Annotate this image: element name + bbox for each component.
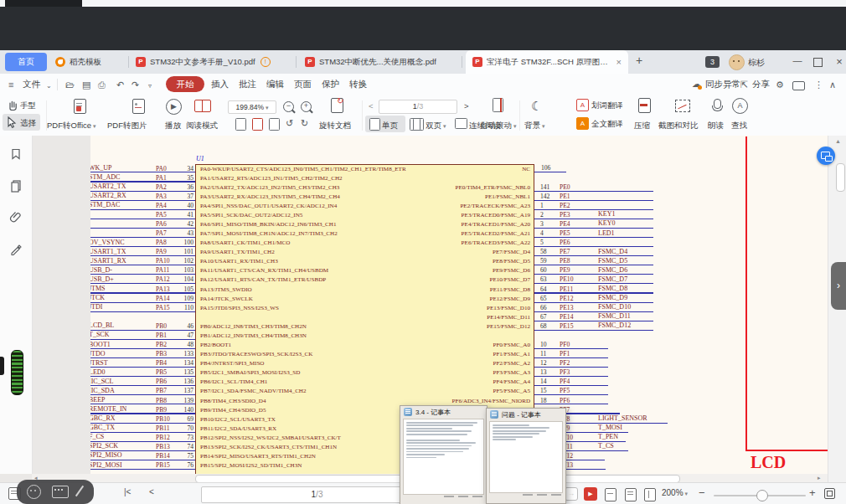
menu-item-0[interactable]: 插入: [211, 79, 229, 90]
next-page-icon[interactable]: >: [464, 101, 469, 111]
expand-icon[interactable]: ▿: [148, 82, 152, 90]
minimize-button[interactable]: —: [791, 55, 804, 65]
tab-document[interactable]: PSTM32中文参考手册_V10.pdf!: [129, 50, 295, 74]
zoom-out-button[interactable]: −: [699, 486, 705, 499]
save-icon[interactable]: ▤: [82, 80, 90, 90]
close-button[interactable]: ×: [833, 55, 846, 68]
find-icon[interactable]: A: [732, 98, 748, 114]
notepad-titlebar[interactable]: 问题 - 记事本: [487, 409, 565, 420]
collapse-icon[interactable]: ∧: [829, 80, 836, 90]
tab-document[interactable]: P宝洋电子 STM32F...SCH 原理图.pdf×: [466, 50, 628, 74]
fullscreen-icon[interactable]: [824, 488, 835, 499]
read-aloud-button[interactable]: 朗读: [708, 121, 724, 131]
first-page-icon[interactable]: |<: [124, 487, 131, 496]
fit-page-icon[interactable]: [235, 118, 246, 131]
compress-button[interactable]: 压缩: [634, 121, 650, 131]
more-icon[interactable]: ⋮: [814, 80, 823, 90]
screenshot-compare-icon[interactable]: [675, 100, 690, 112]
hand-tool-label[interactable]: 手型: [20, 100, 36, 111]
menu-item-2[interactable]: 编辑: [266, 79, 284, 90]
notepad-text-area[interactable]: [489, 421, 563, 493]
double-page-button[interactable]: 双页 ▾: [426, 121, 446, 131]
menu-file[interactable]: 文件: [23, 79, 40, 90]
find-button[interactable]: 查找: [731, 121, 747, 131]
fit-height-icon[interactable]: [269, 118, 280, 131]
play-button[interactable]: ▶: [584, 487, 597, 501]
vertical-scrollbar-thumb[interactable]: [836, 163, 845, 192]
notepad-text-area[interactable]: [403, 419, 484, 495]
notepad-titlebar[interactable]: 3.4 - 记事本: [400, 406, 487, 418]
prev-page-icon[interactable]: <: [149, 487, 154, 496]
maximize-button[interactable]: [813, 58, 823, 67]
zoom-in-icon[interactable]: +: [301, 101, 312, 112]
gear-icon[interactable]: ⚙: [776, 80, 784, 90]
keyboard-icon[interactable]: [52, 486, 69, 498]
view-forward-icon[interactable]: →: [565, 487, 578, 501]
share-icon[interactable]: ⇱: [740, 80, 748, 90]
stamp-sign-icon[interactable]: [9, 243, 23, 256]
full-translate-button[interactable]: 全文翻译: [591, 119, 623, 130]
hand-tool-icon[interactable]: [7, 99, 18, 111]
new-tab-button[interactable]: +: [632, 54, 647, 67]
menu-item-5[interactable]: 转换: [349, 79, 367, 90]
background-moon-icon[interactable]: ☾: [531, 99, 542, 114]
single-page-icon[interactable]: [369, 118, 380, 131]
sync-status[interactable]: 同步异常: [705, 79, 740, 90]
pdf-to-image-icon[interactable]: [132, 99, 145, 114]
share-button[interactable]: 分享: [752, 79, 770, 90]
pdf-to-office-icon[interactable]: [74, 99, 86, 114]
tab-docer[interactable]: 稻壳模板: [49, 50, 127, 74]
actual-size-icon[interactable]: [605, 488, 616, 501]
play-slideshow-icon[interactable]: ▶: [166, 99, 182, 115]
prev-page-icon[interactable]: <: [369, 101, 374, 111]
select-tool-label[interactable]: 选择: [20, 118, 36, 129]
toolbar-page-box[interactable]: 1/3: [379, 100, 457, 114]
notepad-window[interactable]: 3.4 - 记事本: [400, 405, 487, 504]
menu-item-3[interactable]: 页面: [294, 79, 312, 90]
thumbnails-icon[interactable]: [9, 179, 23, 193]
zoom-slider-knob[interactable]: [756, 490, 768, 501]
compress-icon[interactable]: [638, 98, 651, 113]
pdf-to-image-button[interactable]: PDF转图片: [107, 121, 147, 131]
statusbar-page-box[interactable]: 1/3: [201, 486, 433, 503]
emoji-icon[interactable]: [27, 485, 41, 499]
continuous-icon[interactable]: [455, 118, 467, 129]
play-button[interactable]: 播放: [165, 121, 181, 131]
zoom-level[interactable]: 200% ▾: [662, 488, 688, 497]
tab-home[interactable]: 首页: [5, 53, 47, 71]
menu-item-4[interactable]: 保护: [322, 79, 339, 90]
background-button[interactable]: 背景 ▾: [524, 121, 544, 131]
fit-page-icon[interactable]: [644, 488, 656, 501]
rotate-right-icon[interactable]: ↻: [301, 118, 308, 129]
notepad-window[interactable]: 问题 - 记事本: [486, 408, 566, 504]
zoom-in-button[interactable]: +: [809, 486, 816, 499]
single-page-button[interactable]: 单页: [382, 121, 398, 131]
attachment-icon[interactable]: [9, 211, 23, 224]
print-icon[interactable]: ⎙: [98, 80, 106, 90]
full-translate-icon[interactable]: A: [576, 117, 589, 130]
fit-width-icon[interactable]: [252, 118, 263, 131]
undo-icon[interactable]: ↶: [116, 80, 124, 90]
cloud-sync-icon[interactable]: ☁: [692, 79, 701, 90]
menu-item-1[interactable]: 批注: [239, 79, 256, 90]
feedback-icon[interactable]: [792, 81, 805, 90]
read-aloud-icon[interactable]: [714, 99, 721, 109]
translate-float-button[interactable]: [817, 147, 835, 165]
zoom-value-box[interactable]: 199.84% ▾: [228, 100, 276, 114]
bookmark-icon[interactable]: [9, 147, 23, 161]
rotate-doc-button[interactable]: 旋转文档: [319, 121, 351, 131]
open-folder-icon[interactable]: 🗁: [65, 80, 75, 90]
side-panel-flyout[interactable]: ›: [831, 262, 846, 310]
floating-input-widget[interactable]: [17, 480, 94, 504]
avatar[interactable]: [729, 54, 745, 70]
tab-document[interactable]: PSTM32中断优先...关使用概念.pdf: [298, 50, 461, 74]
screenshot-compare-button[interactable]: 截图和对比: [658, 121, 699, 131]
zoom-out-icon[interactable]: −: [283, 101, 294, 112]
word-translate-button[interactable]: 划词翻译: [591, 100, 623, 111]
scroll-up-icon[interactable]: ▲: [835, 138, 841, 144]
read-mode-icon[interactable]: [194, 100, 211, 112]
word-translate-icon[interactable]: A: [576, 99, 589, 111]
scroll-right-icon[interactable]: ▸: [818, 475, 821, 481]
chevron-down-icon[interactable]: ⌄: [46, 82, 52, 90]
redo-icon[interactable]: ↷: [132, 80, 139, 90]
